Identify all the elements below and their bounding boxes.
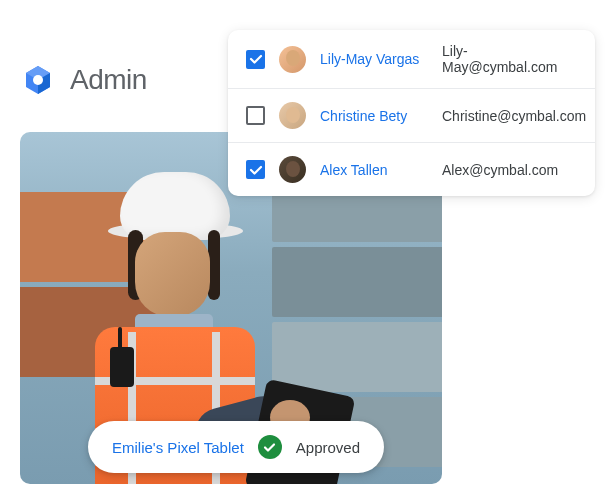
user-name-link[interactable]: Alex Tallen bbox=[320, 162, 428, 178]
user-row[interactable]: Lily-May Vargas Lily-May@cymbal.com bbox=[228, 30, 595, 89]
avatar bbox=[279, 46, 306, 73]
admin-logo-icon bbox=[20, 62, 56, 98]
checkbox-unchecked-icon[interactable] bbox=[246, 106, 265, 125]
check-circle-icon bbox=[258, 435, 282, 459]
avatar bbox=[279, 156, 306, 183]
user-name-link[interactable]: Christine Bety bbox=[320, 108, 428, 124]
user-row[interactable]: Christine Bety Christine@cymbal.com bbox=[228, 89, 595, 143]
device-name-link[interactable]: Emilie's Pixel Tablet bbox=[112, 439, 244, 456]
approval-status: Approved bbox=[296, 439, 360, 456]
device-approval-pill: Emilie's Pixel Tablet Approved bbox=[88, 421, 384, 473]
user-email: Christine@cymbal.com bbox=[442, 108, 586, 124]
checkbox-checked-icon[interactable] bbox=[246, 160, 265, 179]
checkbox-checked-icon[interactable] bbox=[246, 50, 265, 69]
user-email: Alex@cymbal.com bbox=[442, 162, 558, 178]
user-name-link[interactable]: Lily-May Vargas bbox=[320, 51, 428, 67]
user-list-card: Lily-May Vargas Lily-May@cymbal.com Chri… bbox=[228, 30, 595, 196]
admin-header: Admin bbox=[20, 62, 147, 98]
svg-point-0 bbox=[33, 75, 43, 85]
avatar bbox=[279, 102, 306, 129]
user-row[interactable]: Alex Tallen Alex@cymbal.com bbox=[228, 143, 595, 196]
user-email: Lily-May@cymbal.com bbox=[442, 43, 577, 75]
product-name: Admin bbox=[70, 64, 147, 96]
